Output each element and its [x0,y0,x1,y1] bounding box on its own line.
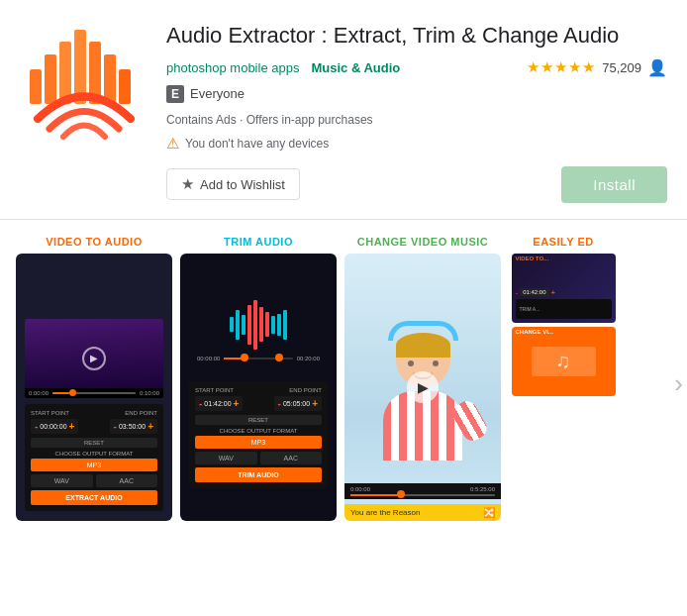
contains-ads: Contains Ads · Offers in-app purchases [166,113,667,127]
rating-count: 75,209 [602,60,641,75]
star-rating: ★★★★★ [527,58,596,76]
wishlist-button[interactable]: ★ Add to Wishlist [166,168,300,200]
screenshot-label-1: VIDEO TO AUDIO [46,236,142,248]
mp3-btn-1[interactable]: MP3 [31,459,157,471]
screenshot-label-2: TRIM AUDIO [224,236,293,248]
no-devices-text: You don't have any devices [185,137,329,151]
screenshot-img-1[interactable]: ▶ 0:00:00 0:10:00 START POINT [16,254,172,521]
app-category[interactable]: Music & Audio [311,60,400,75]
svg-rect-6 [104,54,116,104]
rating-row: ★★★★★ 75,209 👤 [527,58,667,77]
bookmark-icon: ★ [181,175,194,193]
mini-label-2: CHANGE VI... [516,329,553,335]
title-rating-row: Audio Extractor : Extract, Trim & Change… [166,22,667,51]
wav-btn-1[interactable]: WAV [31,474,93,487]
app-meta-row: photoshop mobile apps Music & Audio ★★★★… [166,58,667,77]
wishlist-label: Add to Wishlist [200,177,285,192]
screenshot-4: EASILY ED VIDEO TO... TRIM A... - 01:42:… [509,236,618,521]
esrb-row: E Everyone [166,85,667,103]
install-button[interactable]: Install [561,166,667,203]
rated-icon: 👤 [647,58,667,77]
end-point-label-1: END POINT [125,410,157,416]
screenshot-img-3[interactable]: ▶ 0:00:00 0:5:25:00 You are the Reason 🔀 [344,254,501,521]
svg-rect-2 [45,54,56,104]
app-developer[interactable]: photoshop mobile apps [166,60,299,75]
esrb-label: Everyone [190,86,245,101]
screenshot-3: CHANGE VIDEO MUSIC [344,236,501,521]
warning-icon: ⚠ [166,135,179,153]
song-label: You are the Reason [350,508,420,517]
screenshots-section: VIDEO TO AUDIO ▶ 0:00:00 0:10:00 [0,220,687,521]
screenshot-2: TRIM AUDIO [180,236,337,521]
esrb-badge: E [166,85,184,103]
chevron-right-icon[interactable]: › [674,368,683,399]
screenshot-1: VIDEO TO AUDIO ▶ 0:00:00 0:10:00 [16,236,172,521]
app-info: Audio Extractor : Extract, Trim & Change… [166,20,667,203]
app-header: Audio Extractor : Extract, Trim & Change… [0,0,687,220]
app-title: Audio Extractor : Extract, Trim & Change… [166,22,619,51]
mini-label-1: VIDEO TO... [516,256,549,261]
screenshots-row: VIDEO TO AUDIO ▶ 0:00:00 0:10:00 [0,236,687,521]
extract-audio-btn-1[interactable]: EXTRACT AUDIO [31,490,157,505]
choose-format-label-1: CHOOSE OUTPUT FORMAT [31,451,157,457]
reset-btn-1: RESET [31,438,157,448]
start-point-label-1: START POINT [31,410,69,416]
screenshot-label-4: EASILY ED [533,236,593,248]
svg-rect-7 [119,69,131,104]
svg-rect-1 [30,69,42,104]
screenshot-label-3: CHANGE VIDEO MUSIC [357,236,488,248]
aac-btn-1[interactable]: AAC [96,474,158,487]
app-icon-wrap [20,20,148,149]
app-icon [20,20,148,149]
bottom-meta-row: ★ Add to Wishlist Install [166,166,667,203]
no-devices-row: ⚠ You don't have any devices [166,135,667,153]
screenshot-img-2[interactable]: 00:00:00 00:20:00 START POINT END POINT [180,254,337,521]
